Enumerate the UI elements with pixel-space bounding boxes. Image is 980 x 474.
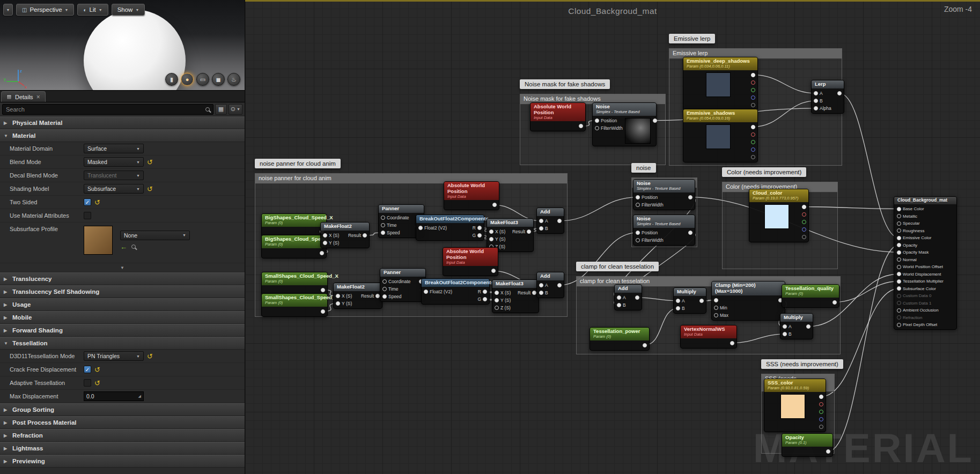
node-smally[interactable]: SmallShapes_Cloud_Speed_YParam (0) [261, 293, 328, 317]
material-domain-dropdown[interactable]: Surface▼ [84, 144, 144, 153]
input-pin[interactable] [539, 283, 543, 287]
column-view-button[interactable]: ▦ [215, 104, 227, 115]
input-pin[interactable] [381, 216, 385, 220]
output-pin[interactable] [557, 283, 562, 287]
use-selected-asset-icon[interactable]: ← [120, 243, 127, 250]
input-pin[interactable] [676, 306, 680, 310]
output-pin[interactable] [643, 343, 647, 347]
show-advanced-expander[interactable]: ▼ [0, 263, 245, 272]
node-awp2[interactable]: Absolute World PositionInput Data [444, 181, 499, 210]
output-pin[interactable] [492, 203, 497, 207]
node-mult1[interactable]: MultiplyAB [673, 287, 706, 314]
section-refraction[interactable]: ▶Refraction [0, 429, 245, 442]
viewport-options-button[interactable]: ▼ [3, 4, 13, 16]
section-translucency[interactable]: ▶Translucency [0, 272, 245, 285]
input-pin[interactable] [595, 118, 599, 123]
tab-details[interactable]: Details × [1, 91, 46, 102]
input-pin[interactable] [814, 99, 818, 103]
input-pin[interactable] [897, 243, 901, 247]
node-clamp1[interactable]: Clamp (Min=200) (Max=1000)MinMax [711, 281, 785, 321]
node-add3[interactable]: AddAB [614, 284, 642, 310]
comment-bubble[interactable]: Color (needs improvement) [722, 167, 806, 177]
input-pin[interactable] [636, 231, 640, 235]
input-pin[interactable] [489, 229, 493, 234]
preview-shape-cube-button[interactable]: ◼ [212, 73, 225, 86]
show-button[interactable]: Show▼ [112, 4, 145, 16]
output-pin[interactable] [819, 402, 823, 406]
input-pin[interactable] [714, 313, 718, 317]
input-pin[interactable] [814, 91, 818, 95]
output-pin[interactable] [802, 212, 806, 217]
node-awp3[interactable]: Absolute World PositionInput Data [443, 247, 498, 276]
section-tessellation[interactable]: ▼Tessellation [0, 337, 245, 350]
two-sided-checkbox[interactable]: ✓ [84, 198, 91, 206]
output-pin[interactable] [837, 91, 842, 95]
output-pin[interactable] [699, 299, 704, 303]
view-options-button[interactable]: ⊙▼ [229, 104, 242, 115]
crack-free-displacement-checkbox[interactable]: ✓ [84, 366, 91, 373]
output-pin[interactable] [688, 195, 692, 199]
output-pin[interactable] [751, 103, 755, 107]
input-pin[interactable] [539, 291, 543, 295]
node-panner2[interactable]: PannerCoordinateTimeSpeed [380, 268, 426, 302]
node-smallx[interactable]: SmallShapes_Cloud_Speed_XParam (0) [261, 272, 328, 295]
input-pin[interactable] [714, 306, 718, 310]
input-pin[interactable] [418, 226, 423, 230]
subsurface-profile-thumbnail[interactable] [84, 226, 113, 255]
input-pin[interactable] [897, 279, 901, 284]
input-pin[interactable] [897, 265, 901, 269]
input-pin[interactable] [323, 233, 327, 238]
output-pin[interactable] [751, 140, 755, 144]
output-pin[interactable] [579, 124, 583, 128]
input-pin[interactable] [636, 203, 640, 207]
output-pin[interactable] [751, 73, 755, 77]
output-pin[interactable] [751, 147, 755, 152]
max-displacement-input[interactable]: 0.0◢ [84, 391, 144, 401]
comment-bubble[interactable]: Emissive lerp [669, 34, 715, 43]
lit-button[interactable]: ◐Lit▼ [77, 4, 108, 16]
output-pin[interactable] [532, 291, 536, 295]
input-pin[interactable] [617, 295, 621, 300]
preview-shape-sphere-button[interactable]: ● [181, 73, 194, 86]
node-awp1[interactable]: Absolute World PositionInput Data [530, 102, 586, 131]
input-pin[interactable] [714, 298, 718, 302]
input-pin[interactable] [897, 207, 901, 211]
output-pin[interactable] [483, 290, 487, 294]
output-pin[interactable] [802, 235, 806, 239]
output-pin[interactable] [320, 251, 324, 255]
input-pin[interactable] [382, 279, 387, 284]
comment-bubble[interactable]: clamp for clean tesselation [576, 262, 659, 271]
input-pin[interactable] [897, 308, 901, 313]
reset-to-default-icon[interactable]: ↺ [147, 159, 153, 166]
node-bof2[interactable]: BreakOutFloat2ComponentsFloat2 (V2)RG [421, 278, 490, 305]
adaptive-tessellation-checkbox[interactable] [84, 379, 91, 387]
output-pin[interactable] [751, 88, 755, 92]
output-pin[interactable] [819, 417, 823, 421]
comment-bubble[interactable]: SSS (needs improvement) [761, 359, 843, 369]
output-pin[interactable] [483, 297, 487, 301]
node-deep[interactable]: Emmisive_deep_shadowsParam (0.034,0.06,0… [683, 57, 758, 110]
output-pin[interactable] [819, 410, 823, 414]
input-pin[interactable] [617, 303, 621, 307]
browse-asset-icon[interactable] [131, 245, 136, 249]
input-pin[interactable] [897, 214, 901, 218]
input-pin[interactable] [539, 226, 543, 231]
input-pin[interactable] [897, 221, 901, 226]
section-forward-shading[interactable]: ▶Forward Shading [0, 324, 245, 337]
node-mf3b[interactable]: MakeFloat3X (S)Y (S)Z (S)Result [492, 279, 539, 313]
input-pin[interactable] [424, 290, 428, 294]
input-pin[interactable] [495, 306, 499, 310]
output-pin[interactable] [802, 227, 806, 232]
node-sss[interactable]: SSS_colorParam (0.93,0.81,0.59) [764, 379, 826, 432]
input-pin[interactable] [814, 106, 818, 110]
comment-header[interactable]: noise panner for cloud anim [255, 174, 567, 184]
output-pin[interactable] [751, 132, 755, 137]
input-pin[interactable] [381, 231, 385, 235]
shading-model-dropdown[interactable]: Subsurface▼ [84, 184, 144, 194]
reset-to-default-icon[interactable]: ↺ [94, 366, 100, 373]
output-pin[interactable] [477, 233, 482, 238]
node-cloudcolor[interactable]: Cloud_colorParam (0.19,0.773,0.957) [749, 189, 809, 242]
section-translucency-self-shadowing[interactable]: ▶Translucency Self Shadowing [0, 285, 245, 298]
input-pin[interactable] [636, 238, 640, 242]
node-mf2b[interactable]: MakeFloat2X (S)Y (S)Result [333, 283, 382, 309]
